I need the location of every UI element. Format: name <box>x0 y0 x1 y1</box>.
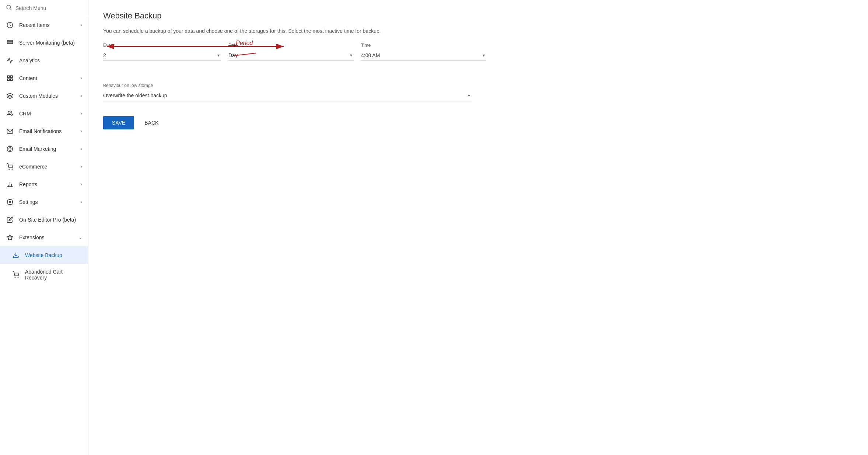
sidebar-item-content[interactable]: Content › <box>0 69 88 87</box>
sidebar-item-label: Reports <box>19 181 76 187</box>
chevron-down-icon: ⌄ <box>78 235 82 240</box>
sidebar-item-email-marketing[interactable]: Email Marketing › <box>0 140 88 158</box>
sidebar-item-label: eCommerce <box>19 164 76 170</box>
svg-point-14 <box>9 169 10 170</box>
date-label: Date <box>228 43 354 48</box>
sidebar-item-label: Custom Modules <box>19 93 76 99</box>
save-button[interactable]: SAVE <box>103 116 134 129</box>
analytics-icon <box>6 56 14 65</box>
sidebar-item-settings[interactable]: Settings › <box>0 193 88 211</box>
sidebar-item-label: Email Marketing <box>19 146 76 152</box>
svg-point-6 <box>8 43 9 44</box>
svg-point-20 <box>9 201 11 203</box>
sidebar-item-analytics[interactable]: Analytics <box>0 52 88 69</box>
search-icon <box>6 4 12 11</box>
search-menu-label: Search Menu <box>15 5 46 11</box>
sidebar-item-label: Abandoned Cart Recovery <box>25 269 82 281</box>
svg-marker-21 <box>7 235 13 240</box>
sidebar-item-recent-items[interactable]: Recent Items › <box>0 16 88 34</box>
sidebar-item-label: Recent Items <box>19 22 76 28</box>
chevron-right-icon: › <box>81 164 82 169</box>
sidebar-item-onsite-editor[interactable]: On-Site Editor Pro (beta) <box>0 211 88 229</box>
time-field: Time 12:00 AM 1:00 AM 2:00 AM 3:00 AM 4:… <box>361 43 486 61</box>
sidebar-item-ecommerce[interactable]: eCommerce › <box>0 158 88 176</box>
sidebar-item-label: Website Backup <box>25 252 82 258</box>
svg-rect-10 <box>7 79 9 81</box>
date-field: Date Day Week Month ▾ <box>228 43 354 61</box>
email-notifications-icon <box>6 127 14 135</box>
behaviour-select[interactable]: Overwrite the oldest backup Stop backup <box>103 93 472 98</box>
abandoned-cart-icon <box>12 271 20 279</box>
sidebar-item-abandoned-cart[interactable]: Abandoned Cart Recovery <box>0 264 88 285</box>
time-label: Time <box>361 43 486 48</box>
sidebar-item-label: Extensions <box>19 235 73 240</box>
svg-rect-7 <box>7 76 9 77</box>
every-label: Every <box>103 43 221 48</box>
sidebar-item-label: Settings <box>19 199 76 205</box>
clock-icon <box>6 21 14 29</box>
chevron-right-icon: › <box>81 182 82 187</box>
page-description: You can schedule a backup of your data a… <box>103 28 853 34</box>
sidebar-item-label: Email Notifications <box>19 128 76 134</box>
sidebar-item-reports[interactable]: Reports › <box>0 176 88 193</box>
chevron-right-icon: › <box>81 111 82 116</box>
svg-point-11 <box>8 111 10 113</box>
svg-rect-9 <box>11 79 13 81</box>
sidebar-item-crm[interactable]: CRM › <box>0 105 88 122</box>
every-field: Every 1 2 3 4 5 ▾ <box>103 43 221 61</box>
sidebar-item-label: Content <box>19 75 76 81</box>
behaviour-label: Behaviour on low storage <box>103 83 853 88</box>
chevron-right-icon: › <box>81 199 82 205</box>
sidebar-item-label: CRM <box>19 111 76 117</box>
sidebar-item-server-monitoring[interactable]: Server Monitoring (beta) <box>0 34 88 52</box>
every-select[interactable]: 1 2 3 4 5 <box>103 52 221 58</box>
svg-point-15 <box>12 169 13 170</box>
time-select[interactable]: 12:00 AM 1:00 AM 2:00 AM 3:00 AM 4:00 AM… <box>361 52 486 58</box>
svg-line-1 <box>10 8 11 10</box>
page-title: Website Backup <box>103 11 853 21</box>
sidebar-item-email-notifications[interactable]: Email Notifications › <box>0 122 88 140</box>
chevron-right-icon: › <box>81 129 82 134</box>
crm-icon <box>6 110 14 118</box>
button-row: SAVE BACK <box>103 116 853 129</box>
email-marketing-icon <box>6 145 14 153</box>
sidebar-item-label: Analytics <box>19 58 82 63</box>
sidebar-item-label: Server Monitoring (beta) <box>19 40 82 46</box>
sidebar-item-custom-modules[interactable]: Custom Modules › <box>0 87 88 105</box>
website-backup-icon <box>12 251 20 259</box>
custom-modules-icon <box>6 92 14 100</box>
content-icon <box>6 74 14 82</box>
svg-point-24 <box>18 277 18 278</box>
extensions-icon <box>6 233 14 242</box>
chevron-right-icon: › <box>81 76 82 81</box>
chevron-right-icon: › <box>81 93 82 98</box>
date-select[interactable]: Day Week Month <box>228 52 354 58</box>
onsite-editor-icon <box>6 216 14 224</box>
svg-point-23 <box>15 277 15 278</box>
server-icon <box>6 39 14 47</box>
sidebar-item-extensions[interactable]: Extensions ⌄ <box>0 229 88 246</box>
sidebar: Search Menu Recent Items › Server Monito… <box>0 0 88 455</box>
behaviour-section: Behaviour on low storage Overwrite the o… <box>103 83 853 101</box>
svg-point-5 <box>8 41 9 41</box>
sidebar-item-label: On-Site Editor Pro (beta) <box>19 217 82 223</box>
reports-icon <box>6 180 14 188</box>
svg-point-0 <box>7 5 11 9</box>
ecommerce-icon <box>6 163 14 171</box>
search-menu[interactable]: Search Menu <box>0 0 88 16</box>
chevron-right-icon: › <box>81 22 82 28</box>
svg-rect-8 <box>11 76 13 77</box>
settings-icon <box>6 198 14 206</box>
sidebar-item-website-backup[interactable]: Website Backup <box>0 246 88 264</box>
back-button[interactable]: BACK <box>141 116 161 129</box>
chevron-right-icon: › <box>81 146 82 152</box>
main-content: Website Backup You can schedule a backup… <box>88 0 868 455</box>
schedule-form-row: Every 1 2 3 4 5 ▾ Date Day <box>103 43 853 61</box>
